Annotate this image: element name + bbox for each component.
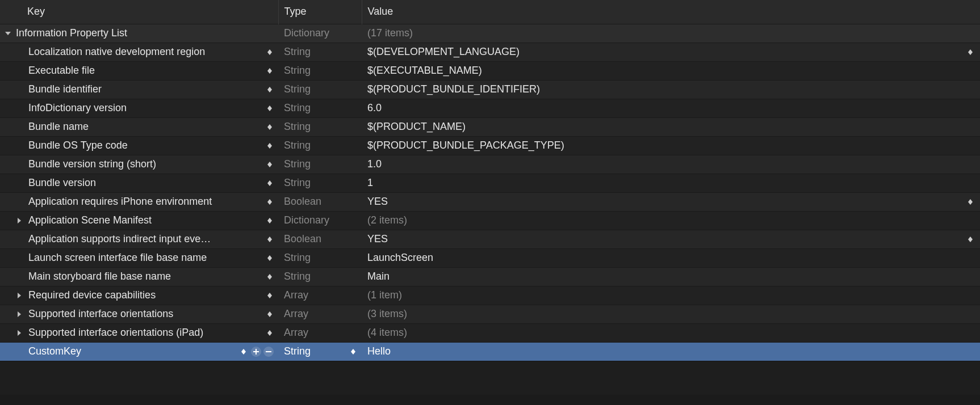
- key-stepper-icon[interactable]: [266, 47, 274, 57]
- table-row[interactable]: Supported interface orientations (iPad) …: [0, 323, 980, 342]
- row-type-label: String: [278, 252, 311, 264]
- header-value-label: Value: [368, 6, 393, 17]
- row-value-label[interactable]: $(PRODUCT_BUNDLE_IDENTIFIER): [362, 83, 540, 95]
- root-key-label: Information Property List: [15, 27, 278, 39]
- header-key[interactable]: Key: [0, 0, 278, 24]
- disclosure-spacer: [14, 178, 25, 189]
- header-value[interactable]: Value: [362, 0, 980, 24]
- row-value-label[interactable]: (1 item): [362, 289, 402, 301]
- row-value-label[interactable]: (3 items): [362, 308, 407, 320]
- disclosure-spacer: [14, 84, 25, 95]
- table-row[interactable]: CustomKey String Hello: [0, 342, 980, 361]
- remove-row-button[interactable]: [263, 347, 274, 357]
- add-row-button[interactable]: [251, 347, 261, 357]
- disclosure-spacer: [14, 65, 25, 77]
- row-value-label[interactable]: (4 items): [362, 327, 407, 339]
- table-row[interactable]: Bundle version String 1: [0, 174, 980, 192]
- table-row[interactable]: Bundle identifier String $(PRODUCT_BUNDL…: [0, 80, 980, 99]
- row-value-label[interactable]: 1.0: [362, 158, 382, 170]
- disclosure-spacer: [14, 47, 25, 58]
- row-value-label[interactable]: Hello: [362, 345, 391, 357]
- key-stepper-icon[interactable]: [266, 141, 274, 151]
- row-type-label: String: [278, 271, 311, 282]
- row-value-label[interactable]: Main: [362, 271, 390, 282]
- table-row[interactable]: InfoDictionary version String 6.0: [0, 99, 980, 117]
- key-stepper-icon[interactable]: [266, 290, 274, 301]
- table-row[interactable]: Required device capabilities Array (1 it…: [0, 286, 980, 305]
- key-stepper-icon[interactable]: [266, 85, 274, 95]
- disclosure-spacer: [14, 271, 25, 282]
- header-type[interactable]: Type: [278, 0, 362, 24]
- key-stepper-icon[interactable]: [266, 178, 274, 188]
- row-key-label: Application requires iPhone environment: [26, 196, 278, 208]
- type-stepper-icon[interactable]: [349, 347, 357, 357]
- table-row[interactable]: Application supports indirect input eve……: [0, 230, 980, 248]
- column-headers[interactable]: Key Type Value: [0, 0, 980, 24]
- row-type-label: String: [278, 121, 311, 133]
- key-stepper-icon[interactable]: [266, 272, 274, 282]
- row-type-label: String: [278, 345, 311, 357]
- disclosure-spacer: [14, 196, 25, 208]
- disclosure-spacer: [14, 252, 25, 264]
- key-stepper-icon[interactable]: [266, 328, 274, 338]
- table-row[interactable]: Main storyboard file base name String Ma…: [0, 267, 980, 286]
- row-value-label[interactable]: (2 items): [362, 214, 407, 226]
- value-stepper-icon[interactable]: [966, 47, 974, 57]
- row-value-label[interactable]: $(PRODUCT_BUNDLE_PACKAGE_TYPE): [362, 140, 564, 151]
- plist-editor[interactable]: Key Type Value Information Property List…: [0, 0, 980, 361]
- key-stepper-icon[interactable]: [266, 159, 274, 170]
- row-key-label: Bundle OS Type code: [26, 140, 278, 151]
- table-row[interactable]: Bundle version string (short) String 1.0: [0, 155, 980, 174]
- row-type-label: String: [278, 102, 311, 114]
- row-key-label: Application supports indirect input eve…: [26, 233, 278, 245]
- row-value-label[interactable]: $(PRODUCT_NAME): [362, 121, 466, 133]
- table-row[interactable]: Supported interface orientations Array (…: [0, 305, 980, 323]
- disclosure-triangle-icon[interactable]: [14, 215, 25, 226]
- table-row[interactable]: Bundle OS Type code String $(PRODUCT_BUN…: [0, 136, 980, 155]
- key-stepper-icon[interactable]: [266, 66, 274, 76]
- disclosure-triangle-icon[interactable]: [2, 28, 14, 39]
- root-type-label: Dictionary: [278, 27, 329, 39]
- table-row[interactable]: Bundle name String $(PRODUCT_NAME): [0, 117, 980, 136]
- row-value-label[interactable]: YES: [362, 196, 388, 208]
- key-stepper-icon[interactable]: [266, 197, 274, 207]
- table-row[interactable]: Application Scene Manifest Dictionary (2…: [0, 211, 980, 230]
- root-row[interactable]: Information Property List Dictionary (17…: [0, 24, 980, 43]
- disclosure-spacer: [14, 103, 25, 114]
- table-row[interactable]: Launch screen interface file base name S…: [0, 248, 980, 267]
- disclosure-triangle-icon[interactable]: [14, 290, 25, 301]
- row-type-label: String: [278, 46, 311, 58]
- value-stepper-icon[interactable]: [966, 197, 974, 207]
- disclosure-triangle-icon[interactable]: [14, 309, 25, 320]
- row-value-label[interactable]: $(EXECUTABLE_NAME): [362, 65, 482, 77]
- row-key-label: Supported interface orientations: [26, 308, 278, 320]
- table-row[interactable]: Application requires iPhone environment …: [0, 192, 980, 211]
- disclosure-spacer: [14, 140, 25, 151]
- row-type-label: Dictionary: [278, 214, 329, 226]
- row-value-label[interactable]: 6.0: [362, 102, 382, 114]
- row-value-label[interactable]: LaunchScreen: [362, 252, 433, 264]
- key-stepper-icon[interactable]: [266, 216, 274, 226]
- row-value-label[interactable]: $(DEVELOPMENT_LANGUAGE): [362, 46, 520, 58]
- key-stepper-icon[interactable]: [240, 347, 248, 357]
- table-row[interactable]: Executable file String $(EXECUTABLE_NAME…: [0, 61, 980, 80]
- key-stepper-icon[interactable]: [266, 309, 274, 319]
- header-type-label: Type: [284, 6, 307, 17]
- table-row[interactable]: Localization native development region S…: [0, 43, 980, 61]
- row-key-label: Supported interface orientations (iPad): [26, 327, 278, 339]
- row-type-label: Boolean: [278, 196, 321, 208]
- row-key-label: Bundle identifier: [26, 83, 278, 95]
- row-value-label[interactable]: YES: [362, 233, 388, 245]
- key-stepper-icon[interactable]: [266, 122, 274, 132]
- row-key-label: InfoDictionary version: [26, 102, 278, 114]
- value-stepper-icon[interactable]: [966, 234, 974, 244]
- row-type-label: Boolean: [278, 233, 321, 245]
- header-key-label: Key: [27, 6, 45, 17]
- disclosure-triangle-icon[interactable]: [14, 327, 25, 339]
- key-stepper-icon[interactable]: [266, 234, 274, 244]
- row-key-label: Bundle name: [26, 121, 278, 133]
- row-value-label[interactable]: 1: [362, 177, 373, 189]
- key-stepper-icon[interactable]: [266, 103, 274, 113]
- key-stepper-icon[interactable]: [266, 253, 274, 263]
- row-type-label: String: [278, 140, 311, 151]
